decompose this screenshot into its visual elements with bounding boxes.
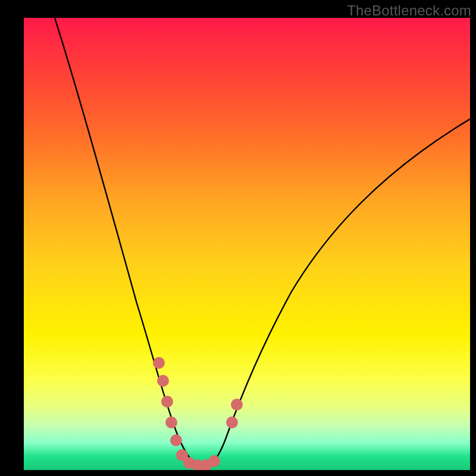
svg-point-3 (165, 416, 177, 428)
svg-point-9 (208, 455, 220, 467)
bottleneck-curve (55, 18, 470, 466)
highlight-dots (153, 357, 243, 470)
svg-point-11 (231, 399, 243, 411)
curve-svg (24, 18, 470, 470)
svg-point-0 (153, 357, 165, 369)
svg-point-2 (161, 396, 173, 408)
svg-point-1 (157, 375, 169, 387)
svg-point-4 (170, 434, 182, 446)
watermark-text: TheBottleneck.com (347, 2, 471, 19)
chart-frame: TheBottleneck.com (0, 0, 476, 476)
svg-point-10 (226, 416, 238, 428)
plot-area (24, 18, 470, 470)
